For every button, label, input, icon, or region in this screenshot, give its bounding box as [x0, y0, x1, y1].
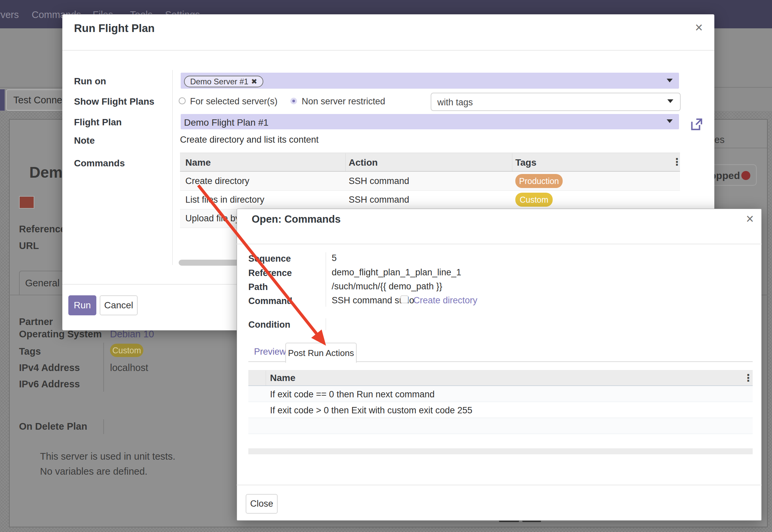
table-row[interactable] [180, 172, 680, 191]
value-path: /such/much/{{ demo_path }} [332, 281, 442, 292]
create-directory-link[interactable]: Create directory [413, 295, 477, 306]
tag-custom-badge: Custom [110, 344, 143, 357]
nav-item-servers[interactable]: rvers [0, 9, 19, 20]
label-path: Path [248, 282, 268, 292]
label-condition: Condition [248, 320, 290, 330]
run-button[interactable]: Run [68, 295, 96, 315]
open-modal-field-separator [326, 252, 326, 307]
label-sequence: Sequence [248, 254, 291, 264]
row2-action: SSH command [349, 195, 409, 205]
col-action[interactable]: Action [349, 157, 378, 168]
label-commands: Commands [74, 158, 125, 169]
open-modal-title: Open: Commands [252, 213, 341, 225]
label-tags: Tags [19, 346, 41, 357]
open-modal-footer-divider [237, 485, 762, 485]
row2-name: List files in directory [185, 195, 264, 205]
partial-text-right: es [714, 134, 725, 145]
tab-preview[interactable]: Preview [254, 347, 286, 357]
radio-selected-dot [292, 100, 295, 102]
open-modal-close-icon[interactable]: × [746, 212, 754, 225]
tab-post-run-actions-label: Post Run Actions [288, 348, 354, 358]
label-run-on: Run on [74, 76, 106, 87]
chip-remove-icon[interactable]: ✖ [251, 77, 257, 86]
label-partner: Partner [19, 316, 53, 327]
tab-general-label: General [25, 278, 59, 289]
row1-action: SSH command [349, 176, 409, 186]
open-modal-header-divider [237, 244, 762, 244]
label-ipv4: IPv4 Address [19, 362, 80, 373]
note-value: Create directory and list its content [180, 135, 319, 145]
column-divider [345, 153, 346, 171]
action-row1-text: If exit code == 0 then Run next command [270, 389, 435, 400]
value-reference: demo_flight_plan_1_plan_line_1 [332, 267, 461, 278]
row1-tag-badge: Production [515, 174, 563, 188]
primary-button-fragment [0, 89, 5, 111]
command-checkbox[interactable] [400, 295, 408, 303]
tab-general[interactable]: General [19, 271, 66, 295]
column-divider [266, 371, 266, 385]
color-swatch[interactable] [19, 196, 34, 209]
unit-test-note-line1: This server is used in unit tests. [40, 451, 175, 462]
table-options-kebab-icon[interactable]: ⋮ [672, 156, 682, 168]
label-on-delete-plan: On Delete Plan [19, 421, 87, 432]
status-stopped-dot-icon [741, 171, 750, 180]
table-footer-strip [248, 448, 753, 454]
cancel-button[interactable]: Cancel [100, 295, 138, 315]
row3-name: Upload file by [185, 213, 240, 224]
with-tags-select-value: with tags [437, 97, 473, 108]
field-separator-2 [103, 419, 104, 434]
field-separator-1 [103, 343, 104, 392]
column-divider [512, 153, 512, 171]
label-show-flight-plans: Show Flight Plans [74, 96, 154, 107]
caret-down-icon [667, 79, 673, 82]
label-reference2: Reference [248, 268, 292, 278]
flight-plan-select-value: Demo Flight Plan #1 [184, 117, 269, 128]
external-link-icon[interactable] [689, 117, 704, 132]
label-command: Command [248, 296, 292, 306]
actions-table-header [248, 370, 753, 386]
close-button[interactable]: Close [246, 494, 278, 514]
open-commands-modal [237, 209, 762, 521]
run-modal-header-divider [62, 50, 714, 51]
row2-tag-badge: Custom [515, 193, 553, 207]
value-sequence: 5 [332, 253, 337, 263]
actions-options-kebab-icon[interactable]: ⋮ [743, 372, 753, 384]
label-reference: Reference [19, 224, 66, 235]
label-url: URL [19, 240, 39, 251]
radio-non-server-restricted-label: Non server restricted [302, 96, 385, 107]
screen: rvers Commands Files Tools Settings Test… [0, 0, 772, 532]
run-on-chip-label: Demo Server #1 [190, 77, 248, 86]
label-note: Note [74, 135, 95, 146]
commands-table-header [180, 153, 680, 172]
open-modal-field-separator [326, 318, 326, 330]
unit-test-note-line2: No variables are defined. [40, 466, 147, 477]
label-ipv6: IPv6 Address [19, 379, 80, 390]
radio-for-selected-servers-label: For selected server(s) [190, 96, 278, 107]
row1-name: Create directory [185, 176, 249, 186]
col-name[interactable]: Name [185, 157, 211, 168]
radio-for-selected-servers[interactable] [179, 97, 186, 104]
run-modal-title: Run Flight Plan [74, 22, 155, 35]
sheet-divider-right [707, 148, 767, 148]
run-modal-close-icon[interactable]: × [695, 21, 703, 34]
action-row2-text: If exit code > 0 then Exit with custom e… [270, 405, 472, 416]
tab-post-run-actions[interactable]: Post Run Actions [285, 343, 357, 363]
label-flight-plan: Flight Plan [74, 117, 122, 128]
actions-col-name[interactable]: Name [270, 373, 295, 383]
radio-non-server-restricted[interactable] [290, 98, 297, 104]
run-modal-label-separator [172, 70, 173, 265]
caret-down-icon [667, 99, 673, 103]
run-on-chip[interactable]: Demo Server #1 ✖ [184, 76, 263, 87]
caret-down-icon [667, 119, 673, 123]
col-tags[interactable]: Tags [515, 157, 536, 168]
value-ipv4: localhost [110, 362, 148, 373]
list-item [248, 418, 753, 434]
